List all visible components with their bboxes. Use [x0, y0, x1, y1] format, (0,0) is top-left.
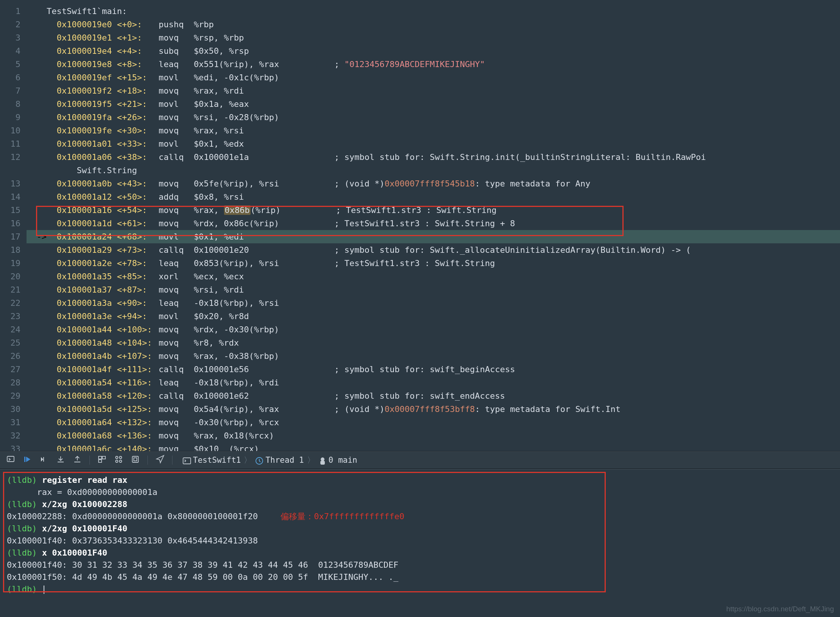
- asm-line[interactable]: 0x100001a64 <+132>: movq -0x30(%rbp), %r…: [27, 416, 840, 429]
- line-gutter: 1234567891011121314151617181920212223242…: [0, 0, 27, 451]
- asm-line[interactable]: 0x100001a4b <+107>: movq %rax, -0x38(%rb…: [27, 349, 840, 363]
- svg-rect-5: [99, 456, 102, 459]
- continue-icon[interactable]: [23, 455, 32, 466]
- asm-line[interactable]: 0x1000019f2 <+18>: movq %rax, %rdi: [27, 84, 840, 97]
- console-line: (lldb) x/2xg 0x100002288: [7, 498, 833, 511]
- console-line: rax = 0xd00000000000001a: [7, 486, 833, 498]
- asm-line[interactable]: 0x100001a29 <+73>: callq 0x100001e20 ; s…: [27, 243, 840, 257]
- asm-line[interactable]: 0x100001a37 <+87>: movq %rsi, %rdi: [27, 283, 840, 296]
- asm-line[interactable]: 0x100001a1d <+61>: movq %rdx, 0x86c(%rip…: [27, 217, 840, 230]
- asm-line[interactable]: TestSwift1`main:: [27, 5, 840, 18]
- svg-rect-15: [183, 458, 191, 464]
- bc-thread[interactable]: Thread 1: [265, 456, 304, 465]
- svg-marker-2: [26, 457, 30, 462]
- svg-rect-3: [58, 462, 64, 462]
- console-line: 0x100001f40: 30 31 32 33 34 35 36 37 38 …: [7, 559, 833, 571]
- svg-point-10: [116, 460, 118, 462]
- asm-line[interactable]: 0x1000019e0 <+0>: pushq %rbp: [27, 18, 840, 31]
- terminal-icon: [182, 456, 190, 464]
- svg-point-9: [119, 456, 122, 459]
- asm-line[interactable]: 0x100001a68 <+136>: movq %rax, 0x18(%rcx…: [27, 429, 840, 442]
- chevron-right-icon: 〉: [307, 455, 315, 465]
- console-line: 0x100001f50: 4d 49 4b 45 4a 49 4e 47 48 …: [7, 571, 833, 583]
- asm-line[interactable]: 0x1000019ef <+15>: movl %edi, -0x1c(%rbp…: [27, 71, 840, 84]
- step-into-icon[interactable]: [56, 455, 65, 466]
- asm-line[interactable]: 0x100001a4f <+111>: callq 0x100001e56 ; …: [27, 363, 840, 376]
- svg-point-11: [119, 460, 122, 462]
- asm-line[interactable]: 0x1000019fe <+30>: movq %rax, %rsi: [27, 124, 840, 137]
- svg-rect-13: [134, 458, 137, 461]
- asm-line[interactable]: 0x100001a48 <+104>: movq %r8, %rdx: [27, 336, 840, 349]
- chevron-right-icon: 〉: [244, 455, 252, 465]
- asm-line[interactable]: -> 0x100001a24 <+68>: movl $0x1, %edi: [27, 230, 840, 243]
- frame-icon: [318, 456, 326, 464]
- asm-line[interactable]: 0x100001a5d <+125>: movq 0x5a4(%rip), %r…: [27, 402, 840, 416]
- svg-point-8: [116, 456, 118, 459]
- step-over-icon[interactable]: [39, 455, 49, 466]
- lldb-console[interactable]: (lldb) register read rax rax = 0xd000000…: [0, 469, 840, 617]
- asm-line[interactable]: 0x1000019e1 <+1>: movq %rsp, %rbp: [27, 31, 840, 44]
- debug-view-icon[interactable]: [97, 455, 107, 466]
- asm-line[interactable]: 0x1000019fa <+26>: movq %rsi, -0x28(%rbp…: [27, 111, 840, 124]
- asm-line[interactable]: Swift.String: [27, 164, 840, 177]
- debug-memory-icon[interactable]: [114, 455, 123, 466]
- console-line: (lldb) x/2xg 0x100001F40: [7, 523, 833, 535]
- step-out-icon[interactable]: [73, 455, 82, 466]
- asm-line[interactable]: 0x100001a12 <+50>: addq $0x8, %rsi: [27, 190, 840, 204]
- svg-marker-14: [157, 456, 164, 463]
- console-toggle-icon[interactable]: [6, 455, 15, 466]
- svg-point-17: [321, 458, 324, 461]
- console-line: (lldb) x 0x100001F40: [7, 547, 833, 559]
- console-line: (lldb) register read rax: [7, 474, 833, 486]
- asm-line[interactable]: 0x100001a3a <+90>: leaq -0x18(%rbp), %rs…: [27, 296, 840, 310]
- asm-line[interactable]: 0x100001a44 <+100>: movq %rdx, -0x30(%rb…: [27, 323, 840, 336]
- breadcrumb[interactable]: TestSwift1 〉 Thread 1 〉 0 main: [182, 455, 357, 465]
- svg-rect-0: [7, 456, 14, 462]
- bc-project[interactable]: TestSwift1: [193, 456, 241, 465]
- svg-rect-7: [99, 460, 102, 462]
- bc-frame[interactable]: 0 main: [329, 456, 357, 465]
- svg-rect-1: [24, 457, 25, 462]
- asm-line[interactable]: 0x1000019e8 <+8>: leaq 0x551(%rip), %rax…: [27, 58, 840, 71]
- disassembly-pane: 1234567891011121314151617181920212223242…: [0, 0, 840, 451]
- console-line: (lldb): [7, 583, 833, 595]
- asm-line[interactable]: 0x100001a54 <+116>: leaq -0x18(%rbp), %r…: [27, 376, 840, 389]
- svg-rect-6: [102, 456, 105, 459]
- svg-rect-12: [132, 456, 138, 462]
- asm-line[interactable]: 0x100001a58 <+120>: callq 0x100001e62 ; …: [27, 389, 840, 402]
- asm-line[interactable]: 0x100001a0b <+43>: movq 0x5fe(%rip), %rs…: [27, 177, 840, 190]
- asm-line[interactable]: 0x100001a35 <+85>: xorl %ecx, %ecx: [27, 270, 840, 283]
- asm-line[interactable]: 0x100001a01 <+33>: movl $0x1, %edx: [27, 137, 840, 150]
- asm-line[interactable]: 0x1000019e4 <+4>: subq $0x50, %rsp: [27, 44, 840, 58]
- svg-rect-18: [321, 461, 324, 464]
- asm-line[interactable]: 0x100001a16 <+54>: movq %rax, 0x86b(%rip…: [27, 204, 840, 217]
- debug-process-icon[interactable]: [131, 455, 140, 466]
- asm-line[interactable]: 0x100001a3e <+94>: movl $0x20, %r8d: [27, 310, 840, 323]
- asm-line[interactable]: 0x100001a2e <+78>: leaq 0x853(%rip), %rs…: [27, 257, 840, 270]
- asm-line[interactable]: 0x1000019f5 <+21>: movl $0x1a, %eax: [27, 97, 840, 111]
- watermark: https://blog.csdn.net/Deft_MKJing: [726, 605, 834, 613]
- asm-line[interactable]: 0x100001a06 <+38>: callq 0x100001e1a ; s…: [27, 150, 840, 164]
- thread-icon: [255, 456, 262, 464]
- console-line: 0x100002288: 0xd00000000000001a 0x800000…: [7, 511, 833, 523]
- console-line: 0x100001f40: 0x3736353433323130 0x464544…: [7, 535, 833, 547]
- code-body[interactable]: TestSwift1`main: 0x1000019e0 <+0>: pushq…: [27, 0, 840, 451]
- debug-toolbar: TestSwift1 〉 Thread 1 〉 0 main: [0, 451, 840, 469]
- svg-rect-4: [74, 462, 80, 462]
- location-icon[interactable]: [155, 455, 165, 466]
